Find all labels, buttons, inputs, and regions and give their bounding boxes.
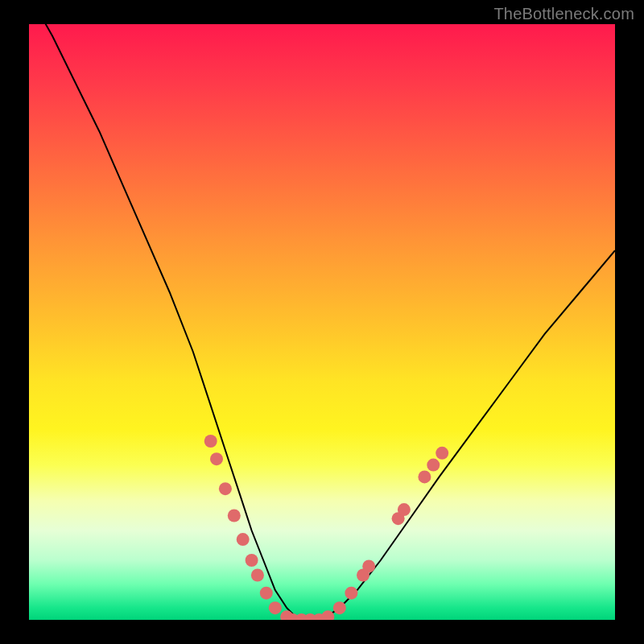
- curve-marker: [204, 435, 217, 448]
- watermark-text: TheBottleneck.com: [493, 5, 634, 23]
- chart-frame: TheBottleneck.com: [0, 0, 644, 644]
- curve-marker: [219, 482, 232, 495]
- curve-marker: [427, 459, 440, 472]
- curve-marker: [418, 470, 431, 483]
- curve-marker: [333, 601, 346, 614]
- curve-marker: [228, 510, 241, 522]
- curve-marker: [237, 533, 250, 546]
- marker-layer: [204, 435, 449, 620]
- curve-marker: [436, 447, 448, 460]
- curve-marker: [269, 601, 282, 614]
- curve-marker: [251, 569, 264, 582]
- plot-area: [29, 24, 615, 620]
- curve-marker: [210, 452, 223, 465]
- curve-marker: [246, 554, 258, 567]
- chart-svg: [29, 24, 615, 620]
- bottleneck-curve: [29, 24, 615, 620]
- curve-marker: [362, 559, 375, 572]
- curve-marker: [260, 587, 273, 600]
- curve-marker: [345, 587, 357, 600]
- curve-marker: [398, 503, 411, 516]
